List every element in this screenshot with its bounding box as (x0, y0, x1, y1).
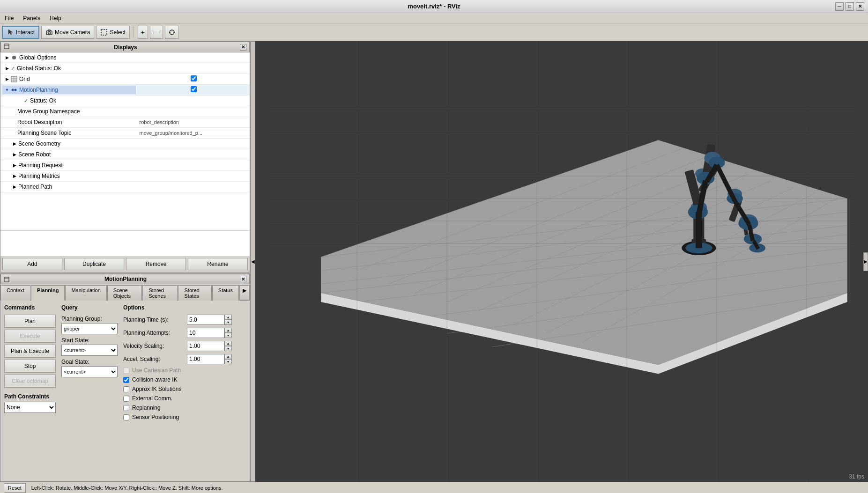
duplicate-button[interactable]: Duplicate (64, 258, 124, 270)
planning-group-label: Planning Group: (61, 316, 118, 322)
arrow-scene-robot: ▶ (12, 152, 17, 157)
tab-manipulation[interactable]: Manipulation (65, 285, 106, 301)
start-state-label: Start State: (61, 337, 118, 344)
planning-time-input[interactable] (187, 315, 224, 325)
approx-ik-checkbox[interactable] (123, 386, 129, 392)
tab-context[interactable]: Context (0, 285, 30, 301)
replanning-checkbox[interactable] (123, 405, 129, 411)
tree-row-scene-geometry[interactable]: ▶ Scene Geometry (0, 139, 250, 149)
stop-button[interactable]: Stop (4, 360, 56, 373)
tab-stored-states[interactable]: Stored States (178, 285, 211, 301)
cartesian-path-checkbox[interactable] (123, 368, 129, 374)
label-grid: Grid (19, 76, 30, 82)
remove-button[interactable]: Remove (126, 258, 186, 270)
grid-checkbox[interactable] (191, 75, 197, 81)
planning-group-select[interactable]: gripper (61, 323, 118, 334)
execute-button[interactable]: Execute (4, 330, 56, 343)
planning-attempts-down[interactable]: ▼ (224, 333, 232, 338)
menu-help[interactable]: Help (47, 14, 64, 22)
velocity-scaling-down[interactable]: ▼ (224, 346, 232, 351)
menu-panels[interactable]: Panels (20, 14, 43, 22)
tree-row-move-group-ns[interactable]: Move Group Namespace (0, 106, 250, 117)
planning-time-up[interactable]: ▲ (224, 315, 232, 320)
displays-table: ▶ Global Options (0, 52, 250, 192)
motion-panel-close[interactable]: ✕ (240, 276, 246, 282)
move-camera-label: Move Camera (55, 29, 90, 36)
external-comm-checkbox[interactable] (123, 396, 129, 402)
tab-status[interactable]: Status (212, 285, 239, 301)
velocity-scaling-input[interactable] (187, 341, 224, 351)
tree-row-status-ok[interactable]: ✓ Status: Ok (0, 96, 250, 106)
tree-row-scene-robot[interactable]: ▶ Scene Robot (0, 149, 250, 160)
svg-rect-2 (101, 29, 107, 35)
tree-row-global-status[interactable]: ▶ ✓ Global Status: Ok (0, 63, 250, 74)
main-layout: Displays ✕ ▶ (0, 41, 868, 482)
tree-row-planned-path[interactable]: ▶ Planned Path (0, 182, 250, 192)
collision-aware-ik-label: Collision-aware IK (132, 376, 178, 383)
displays-panel-header: Displays ✕ (0, 42, 250, 52)
planning-attempts-input[interactable] (187, 328, 224, 338)
tool-crosshair[interactable] (165, 26, 179, 39)
planning-time-down[interactable]: ▼ (224, 320, 232, 325)
maximize-button[interactable]: □ (846, 2, 854, 11)
cursor-icon (7, 29, 14, 36)
planning-attempts-spinner-btns: ▲ ▼ (224, 328, 232, 338)
reset-button[interactable]: Reset (4, 483, 26, 493)
tool-minus[interactable]: — (150, 26, 163, 39)
planning-attempts-up[interactable]: ▲ (224, 328, 232, 333)
motion-panel-icon (4, 277, 9, 282)
interact-button[interactable]: Interact (2, 26, 39, 39)
tree-row-planning-metrics[interactable]: ▶ Planning Metrics (0, 171, 250, 182)
svg-point-10 (12, 56, 16, 59)
cartesian-path-label: Use Cartesian Path (132, 367, 181, 374)
viewport-right-handle[interactable]: ▶ (863, 252, 868, 271)
tree-row-planning-scene-topic[interactable]: Planning Scene Topic move_group/monitore… (0, 128, 250, 139)
start-state-select[interactable]: <current> (61, 345, 118, 356)
goal-state-select[interactable]: <current> (61, 366, 118, 377)
velocity-scaling-up[interactable]: ▲ (224, 341, 232, 346)
tab-planning[interactable]: Planning (31, 285, 65, 301)
add-button[interactable]: Add (2, 258, 62, 270)
panel-collapse-handle[interactable]: ◀ (251, 41, 255, 482)
rename-button[interactable]: Rename (188, 258, 248, 270)
tab-scene-objects[interactable]: Scene Objects (107, 285, 142, 301)
plan-execute-button[interactable]: Plan & Execute (4, 345, 56, 358)
planning-group-section: Planning Group: gripper (61, 316, 118, 334)
accel-scaling-up[interactable]: ▲ (224, 354, 232, 359)
tool-plus[interactable]: + (138, 26, 148, 39)
tab-stored-scenes[interactable]: Stored Scenes (142, 285, 178, 301)
displays-panel-close[interactable]: ✕ (240, 44, 246, 51)
accel-scaling-input[interactable] (187, 354, 224, 364)
label-robot-desc: Robot Description (17, 119, 62, 125)
tree-row-planning-request[interactable]: ▶ Planning Request (0, 160, 250, 171)
collision-aware-ik-checkbox[interactable] (123, 377, 129, 383)
accel-scaling-spinner: ▲ ▼ (187, 354, 232, 364)
clear-octomap-button[interactable]: Clear octomap (4, 375, 56, 388)
window-title: moveit.rviz* - RViz (408, 3, 460, 10)
close-button[interactable]: ✕ (856, 2, 864, 11)
tree-row-grid[interactable]: ▶ Grid (0, 74, 250, 85)
toolbar: Interact Move Camera Select + — (0, 23, 868, 41)
planning-time-label: Planning Time (s): (123, 316, 184, 323)
minimize-button[interactable]: ─ (835, 2, 844, 11)
tree-row-robot-desc[interactable]: Robot Description robot_description (0, 117, 250, 128)
select-label: Select (110, 29, 125, 36)
sensor-positioning-checkbox[interactable] (123, 414, 129, 420)
label-status-ok: Status: Ok (30, 97, 56, 104)
path-constraints-select[interactable]: None (4, 402, 56, 413)
motion-planning-panel: MotionPlanning ✕ Context Planning Manipu… (0, 273, 250, 482)
move-camera-button[interactable]: Move Camera (41, 26, 94, 39)
menu-file[interactable]: File (2, 14, 16, 22)
velocity-scaling-spinner-btns: ▲ ▼ (224, 341, 232, 351)
tree-row-motion-planning[interactable]: ▼ MotionPlanning (0, 85, 250, 96)
select-button[interactable]: Select (96, 26, 129, 39)
motion-planning-checkbox[interactable] (191, 86, 197, 92)
tree-row-global-options[interactable]: ▶ Global Options (0, 52, 250, 63)
tab-more[interactable]: ▶ (239, 285, 250, 300)
3d-viewport[interactable]: ▶ 31 fps (255, 41, 868, 482)
cartesian-path-row: Use Cartesian Path (123, 367, 246, 374)
arrow-status-ok (17, 98, 23, 103)
accel-scaling-down[interactable]: ▼ (224, 359, 232, 364)
window-controls[interactable]: ─ □ ✕ (835, 2, 864, 11)
plan-button[interactable]: Plan (4, 315, 56, 328)
